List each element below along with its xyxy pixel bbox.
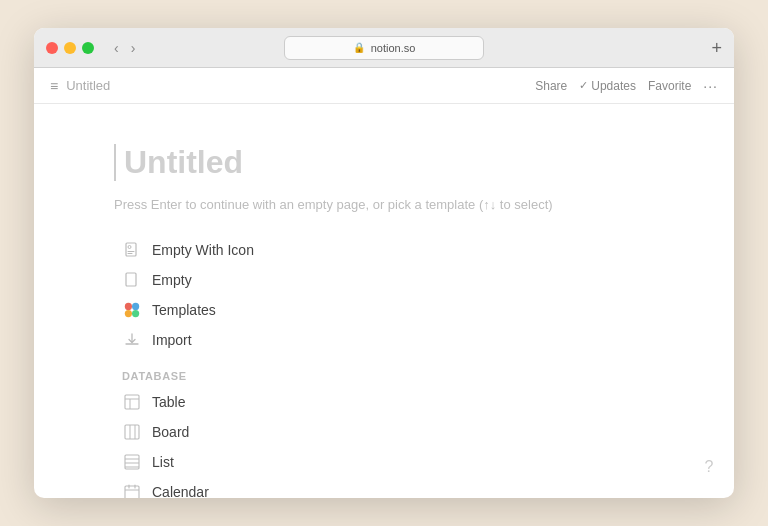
page-title[interactable]: Untitled bbox=[114, 144, 654, 181]
menu-item-import[interactable]: Import bbox=[114, 326, 654, 354]
svg-point-4 bbox=[132, 303, 139, 310]
empty-with-icon-label: Empty With Icon bbox=[152, 242, 254, 258]
board-icon bbox=[122, 422, 142, 442]
close-button[interactable] bbox=[46, 42, 58, 54]
import-label: Import bbox=[152, 332, 192, 348]
toolbar-actions: Share ✓ Updates Favorite ··· bbox=[535, 78, 718, 94]
svg-rect-2 bbox=[126, 273, 136, 286]
svg-rect-8 bbox=[125, 425, 139, 439]
list-label: List bbox=[152, 454, 174, 470]
import-icon bbox=[122, 330, 142, 350]
calendar-label: Calendar bbox=[152, 484, 209, 498]
minimize-button[interactable] bbox=[64, 42, 76, 54]
menu-item-table[interactable]: Table bbox=[114, 388, 654, 416]
page-content: Untitled Press Enter to continue with an… bbox=[34, 104, 734, 498]
address-text: notion.so bbox=[371, 42, 416, 54]
table-icon bbox=[122, 392, 142, 412]
forward-button[interactable]: › bbox=[127, 38, 140, 58]
templates-icon bbox=[122, 300, 142, 320]
list-icon bbox=[122, 452, 142, 472]
svg-rect-0 bbox=[126, 243, 136, 256]
address-bar[interactable]: 🔒 notion.so bbox=[284, 36, 484, 60]
traffic-lights bbox=[46, 42, 94, 54]
svg-point-6 bbox=[132, 310, 139, 317]
empty-with-icon-icon bbox=[122, 240, 142, 260]
svg-point-5 bbox=[125, 310, 132, 317]
svg-point-3 bbox=[125, 303, 132, 310]
svg-rect-10 bbox=[125, 486, 139, 498]
maximize-button[interactable] bbox=[82, 42, 94, 54]
empty-label: Empty bbox=[152, 272, 192, 288]
check-icon: ✓ bbox=[579, 79, 588, 92]
svg-point-1 bbox=[128, 246, 131, 249]
notion-toolbar: ≡ Untitled Share ✓ Updates Favorite ··· bbox=[34, 68, 734, 104]
menu-item-calendar[interactable]: Calendar bbox=[114, 478, 654, 498]
more-button[interactable]: ··· bbox=[703, 78, 718, 94]
templates-label: Templates bbox=[152, 302, 216, 318]
share-button[interactable]: Share bbox=[535, 79, 567, 93]
database-section-label: DATABASE bbox=[114, 370, 654, 382]
menu-item-empty[interactable]: Empty bbox=[114, 266, 654, 294]
menu-item-board[interactable]: Board bbox=[114, 418, 654, 446]
favorite-button[interactable]: Favorite bbox=[648, 79, 691, 93]
back-button[interactable]: ‹ bbox=[110, 38, 123, 58]
template-menu-list: Empty With Icon Empty bbox=[114, 236, 654, 354]
updates-label: Updates bbox=[591, 79, 636, 93]
empty-icon bbox=[122, 270, 142, 290]
database-menu-list: Table Board bbox=[114, 388, 654, 498]
svg-rect-7 bbox=[125, 395, 139, 409]
new-tab-button[interactable]: + bbox=[711, 39, 722, 57]
calendar-icon bbox=[122, 482, 142, 498]
titlebar: ‹ › 🔒 notion.so + bbox=[34, 28, 734, 68]
browser-window: ‹ › 🔒 notion.so + ≡ Untitled Share ✓ Upd… bbox=[34, 28, 734, 498]
help-button[interactable]: ? bbox=[698, 456, 720, 478]
board-label: Board bbox=[152, 424, 189, 440]
lock-icon: 🔒 bbox=[353, 42, 365, 53]
table-label: Table bbox=[152, 394, 185, 410]
menu-item-templates[interactable]: Templates bbox=[114, 296, 654, 324]
updates-button[interactable]: ✓ Updates bbox=[579, 79, 636, 93]
menu-item-list[interactable]: List bbox=[114, 448, 654, 476]
hint-text: Press Enter to continue with an empty pa… bbox=[114, 197, 654, 212]
nav-buttons: ‹ › bbox=[110, 38, 139, 58]
menu-icon[interactable]: ≡ bbox=[50, 78, 58, 94]
page-breadcrumb: Untitled bbox=[66, 78, 535, 93]
menu-item-empty-with-icon[interactable]: Empty With Icon bbox=[114, 236, 654, 264]
